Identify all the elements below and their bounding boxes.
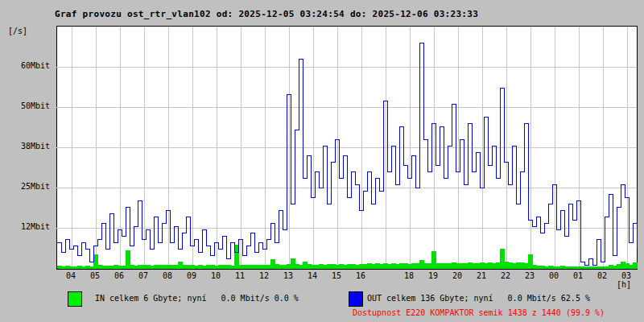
y-tick-label: 50Mbit	[0, 101, 50, 111]
x-tick-label: 14	[300, 271, 324, 281]
x-tick-label: 04	[59, 271, 83, 281]
x-tick-label: 01	[566, 271, 590, 281]
mrtg-traffic-graph-page: { "title": "Graf provozu ost_rtr_vlan102…	[0, 0, 644, 322]
in-legend-label: IN celkem 6 Gbyte; nyní 0.0 Mbit/s 0.0 %	[95, 294, 299, 303]
x-tick-label: 16	[349, 271, 373, 281]
x-tick-label: 23	[518, 271, 542, 281]
y-tick-label: 60Mbit	[0, 61, 50, 71]
x-tick-label: 02	[590, 271, 614, 281]
x-tick-label: 21	[469, 271, 493, 281]
y-axis-unit-label: [/s]	[8, 27, 27, 35]
x-tick-label: 15	[324, 271, 349, 281]
plot-area	[56, 26, 638, 270]
traffic-chart-svg	[57, 27, 637, 268]
x-tick-label: 12	[252, 271, 276, 281]
y-tick-label: 12Mbit	[0, 222, 50, 232]
x-tick-label: 08	[155, 271, 180, 281]
x-tick-label: 13	[276, 271, 300, 281]
x-tick-label: 03	[614, 271, 638, 281]
x-tick-label: 06	[107, 271, 131, 281]
in-legend-swatch	[68, 291, 82, 307]
x-tick-label: 07	[131, 271, 155, 281]
x-tick-label: 20	[445, 271, 469, 281]
out-legend-label: OUT celkem 136 Gbyte; nyní 0.0 Mbit/s 62…	[367, 294, 590, 303]
y-tick-label: 38Mbit	[0, 142, 50, 151]
x-tick-label: 11	[228, 271, 252, 281]
x-tick-label: 10	[204, 271, 228, 281]
availability-text: Dostupnost E220 KOMPAKTOR semik 1438 z 1…	[353, 308, 605, 317]
out-legend-swatch	[349, 291, 363, 307]
y-tick-label: 25Mbit	[0, 182, 50, 192]
x-tick-label: 00	[542, 271, 566, 281]
x-tick-label: 19	[421, 271, 445, 281]
x-axis-unit-label: [h]	[617, 280, 631, 289]
x-tick-label: 18	[397, 271, 421, 281]
graph-title: Graf provozu ost_rtr_vlan102 od: 2025-12…	[55, 9, 478, 19]
x-tick-label: 09	[180, 271, 204, 281]
x-tick-label: 22	[493, 271, 518, 281]
x-tick-label: 05	[83, 271, 107, 281]
